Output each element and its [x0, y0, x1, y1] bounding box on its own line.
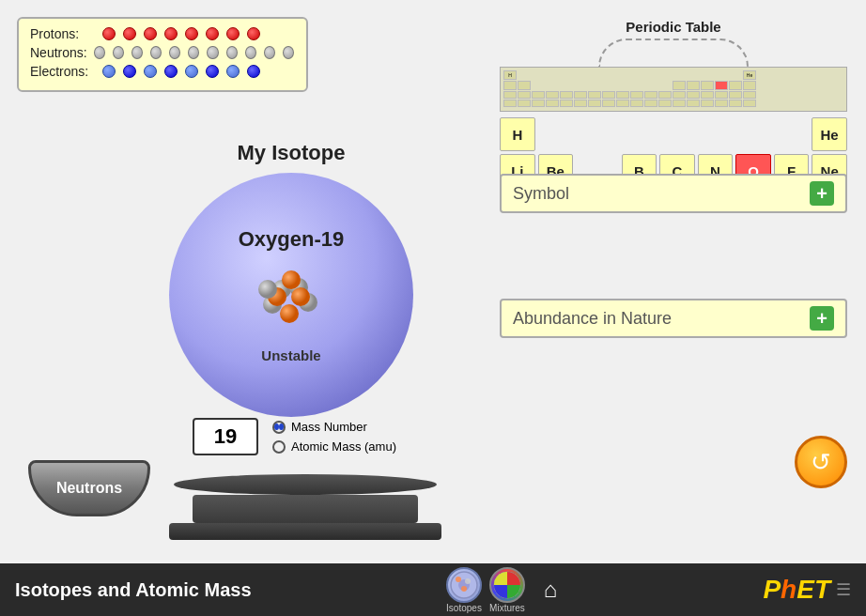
- proton-dot-6: [206, 27, 219, 40]
- isotope-title: My Isotope: [169, 141, 413, 165]
- bottom-tabs: Isotopes Mixtures ⌂: [446, 567, 568, 613]
- neutron-dot-11: [283, 46, 294, 59]
- periodic-table-arc: [598, 38, 749, 67]
- symbol-expand-button[interactable]: +: [810, 181, 834, 206]
- electron-dot-3: [144, 65, 157, 78]
- neutron-dot-10: [264, 46, 275, 59]
- tab-isotopes[interactable]: Isotopes: [446, 567, 482, 613]
- svg-point-4: [461, 586, 467, 592]
- svg-point-3: [465, 578, 471, 584]
- scale-display: 19: [193, 418, 258, 455]
- nucleus-svg: [244, 261, 338, 336]
- neutron-dot-4: [150, 46, 162, 59]
- scale: 19 Mass Number Atomic Mass (amu): [146, 408, 465, 540]
- electron-dot-2: [123, 65, 136, 78]
- neutron-dot-8: [226, 46, 238, 59]
- electron-dot-6: [206, 65, 219, 78]
- neutrons-bowl: Neutrons: [28, 460, 150, 516]
- abundance-panel: Abundance in Nature +: [500, 299, 847, 338]
- proton-dot-3: [144, 27, 157, 40]
- neutron-row: Neutrons:: [30, 45, 295, 60]
- neutrons-bowl-label: Neutrons: [56, 480, 122, 497]
- reset-icon: ↺: [811, 448, 831, 477]
- electron-dot-4: [164, 65, 178, 78]
- proton-dot-7: [226, 27, 240, 40]
- proton-label: Protons:: [30, 26, 96, 41]
- proton-sphere-1: [282, 270, 301, 289]
- element-H[interactable]: H: [500, 117, 535, 151]
- bottom-bar: Isotopes and Atomic Mass Isotopes: [0, 563, 866, 616]
- periodic-table-wrapper: H He: [500, 38, 847, 188]
- neutron-dot-6: [188, 46, 199, 59]
- electron-dot-7: [226, 65, 240, 78]
- symbol-label: Symbol: [513, 184, 569, 204]
- neutron-dot-3: [131, 46, 143, 59]
- phet-logo: PhET ☰: [763, 575, 851, 605]
- mass-number-option[interactable]: Mass Number: [272, 420, 396, 434]
- mini-cell-He: He: [743, 70, 756, 80]
- atom-name: Oxygen-19: [239, 227, 345, 252]
- neutron-dot-1: [94, 46, 105, 59]
- proton-dot-5: [185, 27, 198, 40]
- scale-platform: [174, 474, 437, 495]
- atomic-mass-radio[interactable]: [272, 440, 286, 454]
- particles-panel: Protons: Neutrons: Electrons:: [17, 17, 308, 92]
- proton-dot-8: [247, 27, 260, 40]
- periodic-table-section: Periodic Table H: [500, 19, 847, 190]
- electron-row: Electrons:: [30, 64, 295, 79]
- neutron-label: Neutrons:: [30, 45, 87, 60]
- atom-display: Oxygen-19: [169, 173, 413, 417]
- proton-dot-4: [164, 27, 178, 40]
- periodic-table-title: Periodic Table: [500, 19, 847, 35]
- tab-mixtures-label: Mixtures: [489, 603, 525, 613]
- scale-body: [193, 495, 418, 523]
- stability-label: Unstable: [261, 347, 320, 363]
- symbol-panel: Symbol +: [500, 174, 847, 213]
- neutron-dot-9: [245, 46, 256, 59]
- app-title: Isotopes and Atomic Mass: [15, 579, 252, 601]
- mass-number-radio[interactable]: [272, 421, 286, 434]
- scale-base: [169, 523, 441, 540]
- abundance-label: Abundance in Nature: [513, 309, 672, 329]
- scale-options: Mass Number Atomic Mass (amu): [272, 420, 396, 454]
- svg-point-2: [456, 577, 461, 582]
- tab-mixtures[interactable]: Mixtures: [489, 567, 525, 613]
- proton-sphere-3: [291, 287, 310, 306]
- proton-dot-2: [123, 27, 136, 40]
- atomic-mass-option[interactable]: Atomic Mass (amu): [272, 439, 396, 454]
- tab-isotopes-icon: [446, 567, 482, 603]
- electron-dot-8: [247, 65, 260, 78]
- isotope-section: My Isotope Oxygen-19: [169, 141, 413, 417]
- neutron-dot-7: [207, 46, 218, 59]
- neutron-dot-5: [169, 46, 180, 59]
- home-icon: ⌂: [544, 577, 558, 603]
- proton-row: Protons:: [30, 26, 295, 41]
- element-row-1: H He: [500, 117, 847, 151]
- tab-isotopes-label: Isotopes: [446, 603, 482, 613]
- proton-dot-1: [102, 27, 116, 40]
- home-button[interactable]: ⌂: [533, 572, 568, 608]
- electron-dot-5: [185, 65, 198, 78]
- electron-dot-1: [102, 65, 116, 78]
- reset-button[interactable]: ↺: [795, 436, 847, 488]
- atomic-mass-label: Atomic Mass (amu): [291, 439, 396, 454]
- abundance-expand-button[interactable]: +: [810, 306, 834, 331]
- main-content: Protons: Neutrons: Electrons:: [0, 0, 866, 563]
- tab-mixtures-icon: [489, 567, 525, 603]
- mini-cell-H: H: [503, 70, 517, 80]
- proton-sphere-4: [280, 304, 299, 323]
- mass-number-label: Mass Number: [291, 420, 367, 434]
- menu-icon[interactable]: ☰: [836, 579, 851, 600]
- neutron-sphere-5: [258, 280, 277, 299]
- neutron-dot-2: [113, 46, 124, 59]
- electron-label: Electrons:: [30, 64, 96, 79]
- element-He[interactable]: He: [812, 117, 847, 151]
- phet-text: PhET: [763, 575, 830, 605]
